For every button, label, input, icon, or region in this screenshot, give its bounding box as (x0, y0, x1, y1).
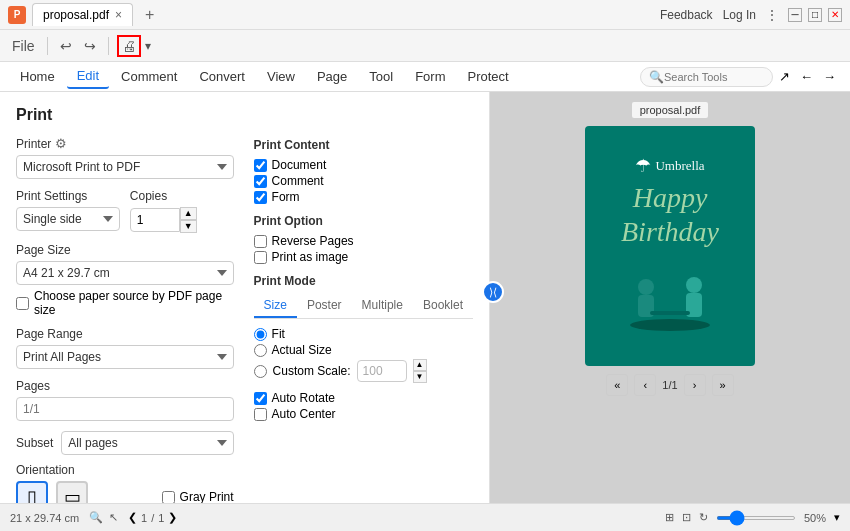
printer-gear-icon[interactable]: ⚙ (55, 136, 67, 151)
comment-checkbox[interactable] (254, 175, 267, 188)
reverse-pages-checkbox[interactable] (254, 235, 267, 248)
mode-tab-poster[interactable]: Poster (297, 294, 352, 318)
gray-print-label: Gray Print (180, 490, 234, 503)
print-settings-group: Print Settings Single side (16, 189, 120, 231)
nav-last-button[interactable]: » (712, 374, 734, 396)
menu-dots[interactable]: ⋮ (766, 8, 778, 22)
auto-center-label: Auto Center (272, 407, 336, 421)
copies-decrement[interactable]: ▼ (180, 220, 197, 233)
pages-input[interactable] (16, 397, 234, 421)
form-checkbox[interactable] (254, 191, 267, 204)
login-button[interactable]: Log In (723, 8, 756, 22)
copies-spinner: ▲ ▼ (180, 207, 197, 233)
page-total: 1 (672, 379, 678, 391)
feedback-button[interactable]: Feedback (660, 8, 713, 22)
cursor-icon-status[interactable]: ↖ (109, 511, 118, 524)
search-box[interactable]: 🔍 (640, 67, 773, 87)
choose-paper-row: Choose paper source by PDF page size (16, 289, 234, 317)
scale-decrement[interactable]: ▼ (413, 371, 427, 383)
copies-label: Copies (130, 189, 234, 203)
actual-size-row: Actual Size (254, 343, 473, 357)
greeting-line1: Happy (621, 181, 719, 215)
nav-forward-button[interactable]: → (819, 67, 840, 86)
export-button[interactable]: ↗ (775, 67, 794, 86)
file-menu-button[interactable]: File (8, 36, 39, 56)
scale-increment[interactable]: ▲ (413, 359, 427, 371)
nav-next-button[interactable]: › (684, 374, 706, 396)
printer-group: Printer ⚙ Microsoft Print to PDF (16, 136, 234, 179)
zoom-slider[interactable] (716, 516, 796, 520)
menu-tool[interactable]: Tool (359, 65, 403, 88)
portrait-button[interactable]: ▯ (16, 481, 48, 503)
toolbar-separator-2 (108, 37, 109, 55)
pages-label: Pages (16, 379, 234, 393)
page-range-group: Page Range Print All Pages (16, 327, 234, 369)
menu-protect[interactable]: Protect (458, 65, 519, 88)
fit-width-icon[interactable]: ⊡ (682, 511, 691, 524)
document-checkbox[interactable] (254, 159, 267, 172)
orientation-label: Orientation (16, 463, 234, 477)
redo-button[interactable]: ↪ (80, 36, 100, 56)
undo-button[interactable]: ↩ (56, 36, 76, 56)
nav-first-button[interactable]: « (606, 374, 628, 396)
auto-rotate-checkbox[interactable] (254, 392, 267, 405)
close-button[interactable]: ✕ (828, 8, 842, 22)
custom-scale-radio[interactable] (254, 365, 267, 378)
auto-center-checkbox[interactable] (254, 408, 267, 421)
menu-convert[interactable]: Convert (189, 65, 255, 88)
reverse-pages-row: Reverse Pages (254, 234, 473, 248)
active-tab[interactable]: proposal.pdf × (32, 3, 133, 26)
document-row: Document (254, 158, 473, 172)
size-options: Fit Actual Size Custom Scale: ▲ (254, 327, 473, 383)
fit-radio[interactable] (254, 328, 267, 341)
menu-form[interactable]: Form (405, 65, 455, 88)
title-bar-left: P proposal.pdf × + (8, 3, 160, 26)
menu-page[interactable]: Page (307, 65, 357, 88)
menu-home[interactable]: Home (10, 65, 65, 88)
menu-bar: Home Edit Comment Convert View Page Tool… (0, 62, 850, 92)
print-button[interactable]: 🖨 (117, 35, 141, 57)
print-settings-select[interactable]: Single side (16, 207, 120, 231)
mode-tab-size[interactable]: Size (254, 294, 297, 318)
page-range-select[interactable]: Print All Pages (16, 345, 234, 369)
search-icon-status[interactable]: 🔍 (89, 511, 103, 524)
scale-input[interactable] (357, 360, 407, 382)
mode-tab-booklet[interactable]: Booklet (413, 294, 473, 318)
search-icon: 🔍 (649, 70, 664, 84)
nav-prev-button[interactable]: ‹ (634, 374, 656, 396)
landscape-button[interactable]: ▭ (56, 481, 88, 503)
card-greeting: Happy Birthday (621, 181, 719, 248)
actual-size-radio[interactable] (254, 344, 267, 357)
new-tab-button[interactable]: + (139, 6, 160, 24)
copies-input[interactable] (130, 208, 180, 232)
status-prev-btn[interactable]: ❮ (128, 511, 137, 524)
menu-view[interactable]: View (257, 65, 305, 88)
gray-print-checkbox[interactable] (162, 491, 175, 504)
tab-close-button[interactable]: × (115, 8, 122, 22)
rotate-icon[interactable]: ↻ (699, 511, 708, 524)
fit-page-icon[interactable]: ⊞ (665, 511, 674, 524)
printer-select[interactable]: Microsoft Print to PDF (16, 155, 234, 179)
subset-label: Subset (16, 436, 53, 450)
page-current: 1 (662, 379, 668, 391)
page-size-select[interactable]: A4 21 x 29.7 cm (16, 261, 234, 285)
choose-paper-checkbox[interactable] (16, 297, 29, 310)
zoom-dropdown-button[interactable]: ▾ (834, 511, 840, 524)
custom-scale-row: Custom Scale: ▲ ▼ (254, 359, 473, 383)
comment-row: Comment (254, 174, 473, 188)
maximize-button[interactable]: □ (808, 8, 822, 22)
print-as-image-checkbox[interactable] (254, 251, 267, 264)
nav-back-button[interactable]: ← (796, 67, 817, 86)
form-row: Form (254, 190, 473, 204)
minimize-button[interactable]: ─ (788, 8, 802, 22)
status-next-btn[interactable]: ❯ (168, 511, 177, 524)
search-input[interactable] (664, 71, 764, 83)
menu-comment[interactable]: Comment (111, 65, 187, 88)
mode-tab-multiple[interactable]: Multiple (352, 294, 413, 318)
copies-increment[interactable]: ▲ (180, 207, 197, 220)
subset-select[interactable]: All pages (61, 431, 233, 455)
toolbar-dropdown-button[interactable]: ▾ (145, 39, 151, 53)
menu-edit[interactable]: Edit (67, 64, 109, 89)
panel-toggle-button[interactable]: ⟩⟨ (482, 281, 504, 303)
custom-scale-label: Custom Scale: (273, 364, 351, 378)
